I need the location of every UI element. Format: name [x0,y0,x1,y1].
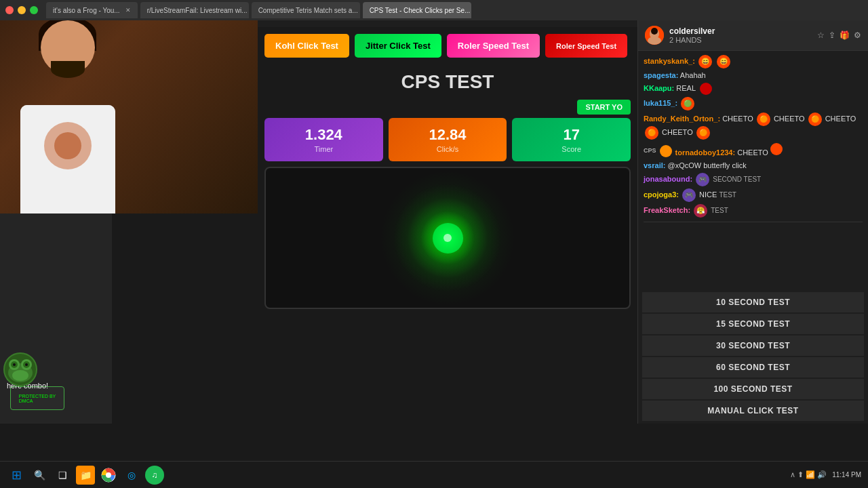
gift-icon[interactable]: 🎁 [840,30,850,40]
svg-point-9 [25,363,28,366]
timer-stat: 1.324 Timer [264,118,383,161]
person-body [20,105,115,214]
nav-buttons: Kohl Click Test Jitter Click Test Roler … [258,27,637,64]
svg-point-10 [12,370,28,381]
timer-value: 1.324 [273,126,375,144]
stats-row: 1.324 Timer 12.84 Click/s 17 Score [258,118,637,161]
share-icon[interactable]: ⇪ [829,30,835,40]
chat-username: KKaapu: [644,84,674,92]
spotify-icon[interactable]: ♫ [145,466,164,485]
cps-test-title: CPS TEST [258,71,637,93]
chat-emote: 😄 [698,55,712,68]
chat-emote: 🎮 [696,173,709,186]
file-explorer-icon[interactable]: 📁 [76,466,95,485]
start-btn-area: START YO [258,100,637,118]
chat-message: stankyskank_: 😄 😄 [644,55,863,68]
chat-text: CHEETO [722,115,753,123]
dmca-badge: PROTECTED BYDMCA [10,386,64,410]
chat-text: @xQcOW butterfly click [667,161,746,169]
dmca-text: PROTECTED BYDMCA [19,394,56,403]
click-area[interactable] [264,167,631,309]
chat-message: spagesta: Ahahah [644,70,863,81]
chat-username: Randy_Keith_Orton_: [644,115,720,123]
roler-speed-test-button[interactable]: Roler Speed Test [447,34,540,58]
twitch-header-icons: ☆ ⇪ 🎁 ⚙ [817,30,861,40]
maximize-button[interactable] [30,6,38,14]
tab-label: it's also a Frog - You... [53,7,120,14]
chat-text: CHEETO [774,115,805,123]
streamer-name: coldersilver [669,26,715,36]
chat-suffix: TEST [719,191,736,199]
cps-site-inner: Kohl Click Test Jitter Click Test Roler … [258,27,637,447]
chat-message: jonasabound: 🎮 SECOND TEST [644,173,863,186]
taskbar-time: 11:14 PM [832,471,861,479]
mini-avatar-2 [770,143,783,155]
chat-username: vsrail: [644,161,665,169]
15-second-test-button[interactable]: 15 SECOND TEST [642,314,864,334]
task-view-icon[interactable]: ❑ [53,466,72,485]
minimize-button[interactable] [18,6,26,14]
10-second-test-button[interactable]: 10 SECOND TEST [642,292,864,312]
30-second-test-button[interactable]: 30 SECOND TEST [642,336,864,356]
search-icon[interactable]: 🔍 [30,466,49,485]
roler-speed-test-button-2[interactable]: Roler Speed Test [545,34,627,58]
chrome-icon[interactable] [99,466,118,485]
kohl-click-test-button[interactable]: Kohl Click Test [264,34,349,58]
chat-message: cpojoga3: 🎮 NICE TEST [644,188,863,202]
twitch-header: coldersilver 2 HANDS ☆ ⇪ 🎁 ⚙ [638,20,868,51]
chat-username: tornadoboy1234: [675,148,736,157]
chat-text: REAL [676,84,695,92]
mini-avatar [660,145,672,157]
chat-emote: 😄 [717,55,730,68]
star-icon[interactable]: ☆ [817,30,825,40]
chat-username: stankyskank_: [644,57,695,65]
tab-close[interactable]: ✕ [125,7,131,14]
webcam-inner [0,20,258,214]
browser-bar: it's also a Frog - You... ✕ r/LiveStream… [0,0,868,20]
chat-username: spagesta: [644,71,678,79]
tab-3[interactable]: Competitive Tetris Match sets a... ✕ [252,2,360,18]
clicks-label: Click/s [397,145,499,153]
taskbar-icon-extra[interactable]: ◎ [122,466,141,485]
frog-avatar [3,352,37,386]
score-stat: 17 Score [512,118,631,161]
svg-point-13 [648,37,661,45]
tab-label: Competitive Tetris Match sets a... [258,7,358,14]
100-second-test-button[interactable]: 100 SECOND TEST [642,379,864,399]
chat-emote: 🟠 [808,113,822,126]
svg-point-14 [651,28,658,35]
chat-username: FreakSketch: [644,206,690,214]
chat-emote: 🟢 [681,97,694,110]
tab-4[interactable]: CPS Test - Check Clicks per Se... ✕ [363,2,471,18]
chat-text: NICE [699,190,717,199]
person-beard [51,61,85,78]
chat-emote: 🟠 [645,126,658,140]
score-label: Score [520,145,623,153]
svg-point-8 [13,363,16,366]
manual-click-test-button[interactable]: MANUAL CLICK TEST [642,401,864,421]
chat-text: Ahahah [680,71,706,79]
chat-text: TEST [711,207,728,214]
chat-text: SECOND TEST [713,176,761,183]
chat-emote: 🎮 [682,188,696,202]
tab-2[interactable]: r/LiveStreamFail: Livestream wi... ✕ [140,2,249,18]
chat-message: vsrail: @xQcOW butterfly click [644,161,863,171]
streamer-avatar [645,26,664,45]
clicks-stat: 12.84 Click/s [389,118,507,161]
gear-icon[interactable]: ⚙ [854,30,861,40]
jitter-click-test-button[interactable]: Jitter Click Test [355,34,441,58]
chat-emote: 🟠 [757,113,770,126]
chat-username: jonasabound: [644,175,692,183]
chat-emote: 😤 [694,204,707,218]
60-second-test-button[interactable]: 60 SECOND TEST [642,357,864,378]
windows-icon[interactable]: ⊞ [7,466,26,485]
chat-message: KKaapu: REAL [644,83,863,95]
cps-website: Kohl Click Test Jitter Click Test Roler … [258,20,637,447]
chat-message: Randy_Keith_Orton_: CHEETO 🟠 CHEETO 🟠 CH… [644,113,863,140]
test-buttons-section: 10 SECOND TEST 15 SECOND TEST 30 SECOND … [638,289,868,424]
tab-1[interactable]: it's also a Frog - You... ✕ [46,2,138,18]
close-button[interactable] [5,6,14,14]
chat-text: CHEETO [825,115,856,123]
chat-message: FreakSketch: 😤 TEST [644,204,863,218]
start-button[interactable]: START YO [577,100,631,115]
